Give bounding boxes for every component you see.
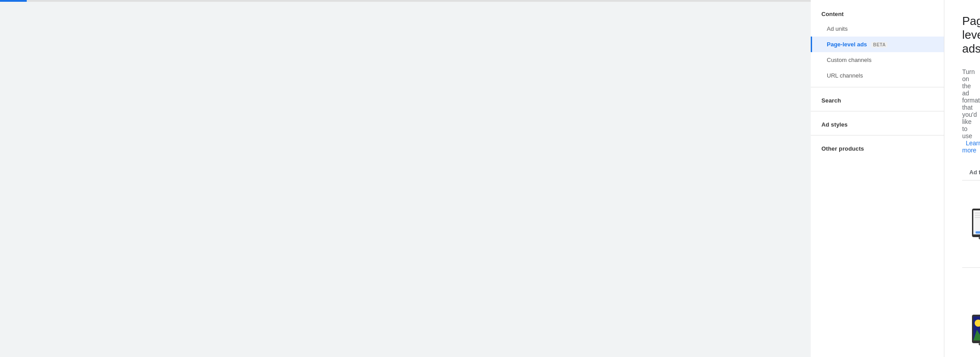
vignette-phone-svg [970, 314, 980, 346]
ad-icon-vignette [969, 315, 980, 346]
svg-rect-6 [975, 213, 980, 213]
ad-icon-anchor [969, 209, 980, 240]
sidebar-item-ad-units[interactable]: Ad units [811, 21, 944, 37]
sidebar-divider-3 [811, 135, 944, 135]
col-header-ad-format: Ad format [962, 164, 980, 181]
sidebar-item-label-page-level-ads: Page-level ads [827, 41, 867, 48]
sidebar-item-label-url-channels: URL channels [827, 72, 863, 79]
sidebar-section-ad-styles: Ad styles [811, 115, 944, 131]
page-title-group: Page-level ads View tutorial [962, 14, 980, 56]
page-title: Page-level ads [962, 14, 980, 56]
svg-rect-10 [976, 231, 980, 234]
table-row-anchor: Anchor/overlay ads Mobile only Mobile ad… [962, 181, 980, 268]
ad-format-cell-anchor: Anchor/overlay ads Mobile only [962, 181, 980, 268]
sidebar-section-search: Search [811, 91, 944, 107]
learn-more-link[interactable]: Learn more [962, 140, 980, 154]
sidebar-section-content: Content Ad units Page-level ads BETA Cus… [811, 4, 944, 83]
sidebar-item-label-ad-units: Ad units [827, 25, 848, 32]
table-row-vignette: Vignette ads Mobile only Mobile full-scr… [962, 268, 980, 357]
sidebar-section-header-other-products: Other products [811, 139, 944, 156]
table-header-row: Ad format Description Status [962, 164, 980, 181]
sidebar-item-label-custom-channels: Custom channels [827, 57, 871, 63]
sidebar-item-custom-channels[interactable]: Custom channels [811, 52, 944, 68]
sidebar-section-other-products: Other products [811, 139, 944, 156]
ad-formats-table: Ad format Description Status [962, 164, 980, 357]
sidebar: Content Ad units Page-level ads BETA Cus… [811, 0, 944, 357]
beta-badge: BETA [871, 42, 887, 48]
main-content: Page-level ads View tutorial View Page-l… [944, 0, 980, 357]
ad-format-info-anchor: Anchor/overlay ads Mobile only [969, 209, 980, 240]
svg-rect-8 [975, 217, 980, 218]
svg-rect-7 [975, 215, 980, 216]
sidebar-divider-1 [811, 87, 944, 87]
ad-format-cell-vignette: Vignette ads Mobile only [962, 268, 980, 357]
sidebar-section-header-ad-styles: Ad styles [811, 115, 944, 131]
top-bar-progress [0, 0, 27, 2]
anchor-phone-svg [970, 208, 980, 240]
sidebar-divider-2 [811, 111, 944, 111]
top-bar [0, 0, 811, 2]
sidebar-section-header-search: Search [811, 91, 944, 107]
sidebar-section-header-content: Content [811, 4, 944, 21]
sidebar-item-page-level-ads[interactable]: Page-level ads BETA [811, 37, 944, 52]
sidebar-item-url-channels[interactable]: URL channels [811, 68, 944, 83]
ad-format-info-vignette: Vignette ads Mobile only [969, 315, 980, 346]
